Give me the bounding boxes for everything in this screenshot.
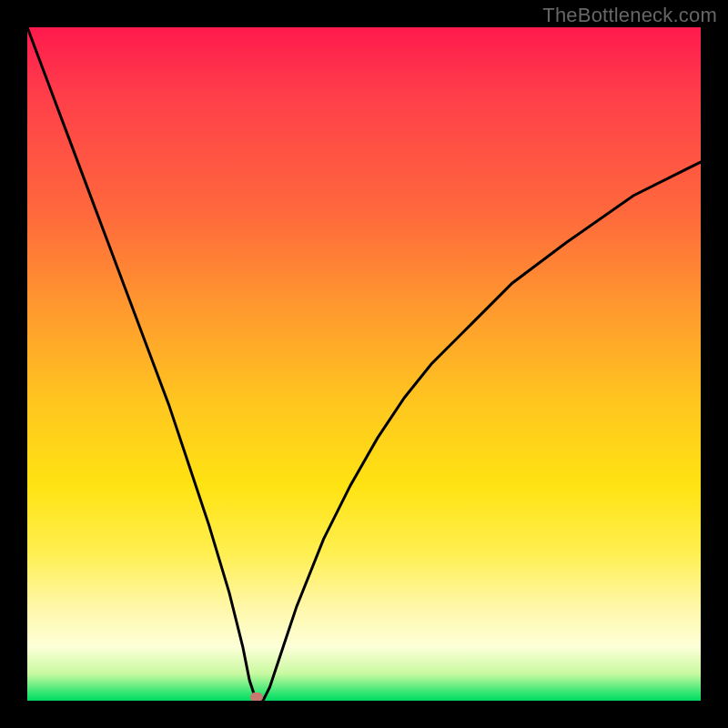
plot-area <box>27 27 701 701</box>
min-point-marker <box>250 693 263 701</box>
chart-frame: TheBottleneck.com <box>0 0 728 728</box>
curve-overlay <box>27 27 701 701</box>
bottleneck-curve <box>27 27 701 701</box>
watermark-text: TheBottleneck.com <box>542 4 717 27</box>
